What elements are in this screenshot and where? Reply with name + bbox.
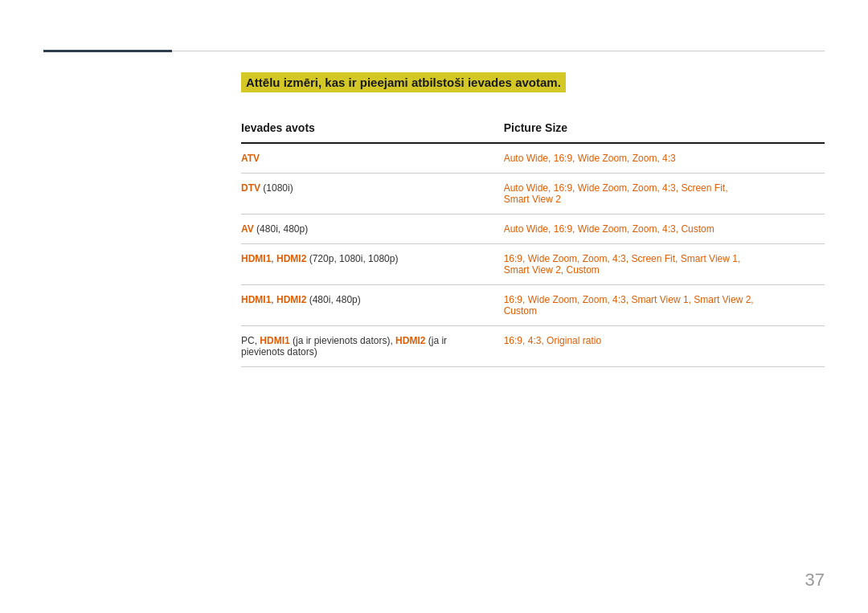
col1-header: Ievades avots bbox=[241, 115, 504, 143]
picture-size-value: 16:9, Wide Zoom, Zoom, 4:3, Screen Fit, … bbox=[504, 253, 741, 276]
source-label2: HDMI2 bbox=[276, 294, 306, 305]
picture-size-cell: Auto Wide, 16:9, Wide Zoom, Zoom, 4:3, C… bbox=[504, 215, 825, 244]
source-label: ATV bbox=[241, 153, 260, 164]
table-row: HDMI1, HDMI2 (480i, 480p) 16:9, Wide Zoo… bbox=[241, 285, 825, 326]
table-row: DTV (1080i) Auto Wide, 16:9, Wide Zoom, … bbox=[241, 174, 825, 215]
picture-size-cell: 16:9, 4:3, Original ratio bbox=[504, 326, 825, 367]
top-bar-dark bbox=[43, 50, 172, 52]
source-mid: (ja ir pievienots dators), bbox=[290, 335, 395, 346]
picture-size-cell: 16:9, Wide Zoom, Zoom, 4:3, Smart View 1… bbox=[504, 285, 825, 326]
source-cell: DTV (1080i) bbox=[241, 174, 504, 215]
source-prefix: PC, bbox=[241, 335, 260, 346]
picture-size-cell: Auto Wide, 16:9, Wide Zoom, Zoom, 4:3 bbox=[504, 143, 825, 174]
source-cell: AV (480i, 480p) bbox=[241, 215, 504, 244]
source-label: AV bbox=[241, 223, 254, 235]
source-label: HDMI1 bbox=[241, 294, 271, 305]
top-bar-light bbox=[172, 51, 825, 51]
col2-header: Picture Size bbox=[504, 115, 825, 143]
picture-size-cell: Auto Wide, 16:9, Wide Zoom, Zoom, 4:3, S… bbox=[504, 174, 825, 215]
page-number: 37 bbox=[805, 570, 825, 591]
picture-size-value: Auto Wide, 16:9, Wide Zoom, Zoom, 4:3 bbox=[504, 153, 676, 164]
source-detail: (1080i) bbox=[260, 182, 293, 194]
picture-size-value: 16:9, 4:3, Original ratio bbox=[504, 335, 601, 346]
table-row: PC, HDMI1 (ja ir pievienots dators), HDM… bbox=[241, 326, 825, 367]
source-label: HDMI1 bbox=[260, 335, 289, 346]
page-container: Attēlu izmēri, kas ir pieejami atbilstoš… bbox=[0, 0, 868, 613]
picture-size-cell: 16:9, Wide Zoom, Zoom, 4:3, Screen Fit, … bbox=[504, 244, 825, 285]
source-detail: (480i, 480p) bbox=[254, 223, 308, 235]
source-cell: HDMI1, HDMI2 (720p, 1080i, 1080p) bbox=[241, 244, 504, 285]
source-detail: (480i, 480p) bbox=[306, 294, 360, 305]
main-content: Attēlu izmēri, kas ir pieejami atbilstoš… bbox=[241, 72, 825, 367]
source-label: HDMI1 bbox=[241, 253, 271, 264]
page-title: Attēlu izmēri, kas ir pieejami atbilstoš… bbox=[241, 72, 566, 92]
table-row: HDMI1, HDMI2 (720p, 1080i, 1080p) 16:9, … bbox=[241, 244, 825, 285]
source-cell: HDMI1, HDMI2 (480i, 480p) bbox=[241, 285, 504, 326]
table-row: ATV Auto Wide, 16:9, Wide Zoom, Zoom, 4:… bbox=[241, 143, 825, 174]
picture-size-table: Ievades avots Picture Size ATV Auto Wide… bbox=[241, 115, 825, 367]
source-label2: HDMI2 bbox=[395, 335, 425, 346]
source-cell: ATV bbox=[241, 143, 504, 174]
source-sep: , bbox=[271, 294, 276, 305]
top-bar bbox=[43, 50, 825, 51]
source-label2: HDMI2 bbox=[276, 253, 306, 264]
picture-size-value: 16:9, Wide Zoom, Zoom, 4:3, Smart View 1… bbox=[504, 294, 754, 317]
picture-size-value: Auto Wide, 16:9, Wide Zoom, Zoom, 4:3, S… bbox=[504, 182, 728, 205]
table-row: AV (480i, 480p) Auto Wide, 16:9, Wide Zo… bbox=[241, 215, 825, 244]
source-sep: , bbox=[271, 253, 276, 264]
source-detail: (720p, 1080i, 1080p) bbox=[306, 253, 398, 264]
source-label: DTV bbox=[241, 182, 260, 194]
picture-size-value: Auto Wide, 16:9, Wide Zoom, Zoom, 4:3, C… bbox=[504, 223, 714, 235]
source-cell: PC, HDMI1 (ja ir pievienots dators), HDM… bbox=[241, 326, 504, 367]
